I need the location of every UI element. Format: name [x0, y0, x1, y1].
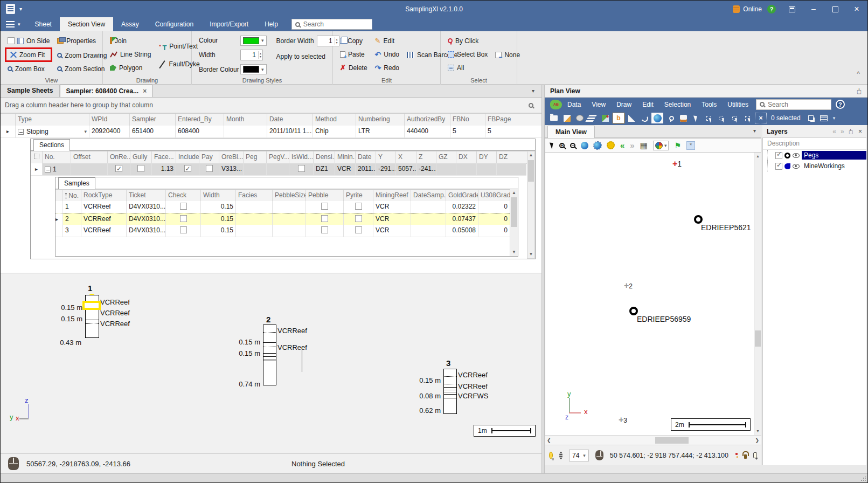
cell[interactable]: 20920400 — [89, 126, 130, 137]
cell-pebble[interactable] — [306, 201, 344, 213]
header-cell[interactable]: Method — [313, 114, 356, 126]
cell[interactable]: VCR — [373, 201, 411, 213]
cell[interactable] — [477, 163, 497, 175]
cell[interactable] — [411, 213, 446, 225]
scroll-up-icon[interactable]: ▴ — [754, 153, 761, 160]
polygon-button[interactable]: Polygon — [107, 61, 154, 74]
border-colour-dropdown[interactable]: ▾ — [240, 64, 267, 74]
zoom-out-icon[interactable]: − — [570, 143, 575, 148]
cell[interactable]: 5057... — [396, 163, 416, 175]
include-checkbox[interactable] — [184, 165, 191, 172]
scroll-down-icon[interactable]: ▼ — [510, 249, 518, 256]
layer-label[interactable]: MineWorkings — [802, 162, 866, 170]
deselect-all-icon[interactable]: × — [755, 113, 767, 123]
cell[interactable] — [273, 201, 306, 213]
grid-search-icon[interactable] — [529, 103, 533, 108]
cell[interactable]: 651400 — [130, 126, 176, 137]
header-cell[interactable]: Peg — [244, 151, 267, 163]
lightbulb-icon[interactable] — [549, 452, 553, 459]
globe-3d-icon[interactable] — [651, 113, 663, 123]
cell-onreef[interactable] — [108, 163, 130, 175]
grid-options-icon[interactable] — [34, 154, 39, 159]
layers-close-icon[interactable]: × — [858, 128, 862, 135]
previous-view-icon[interactable]: « — [620, 141, 624, 150]
cell-pyrite[interactable] — [344, 213, 373, 225]
cell[interactable]: 608400 — [176, 126, 224, 137]
cell[interactable]: D4VX0310... — [127, 201, 166, 213]
cell[interactable]: 2 — [63, 213, 81, 225]
section-marker-3[interactable]: +3 — [619, 416, 627, 424]
plan-menu-tools[interactable]: Tools — [696, 101, 722, 108]
plan-canvas[interactable]: +1 EDRIEEP5621 +2 EDRIEEP56959 +3 y x z … — [545, 153, 754, 435]
comment-icon[interactable] — [753, 452, 757, 458]
scroll-right-icon[interactable]: ❯ — [755, 438, 759, 443]
layer-row-pegs[interactable]: Pegs — [767, 150, 866, 161]
header-cell[interactable]: Sampler — [130, 114, 176, 126]
grid-toggle-icon[interactable]: ▦ — [640, 141, 648, 150]
colour-dropdown[interactable]: ▾ — [240, 36, 267, 46]
cell-check[interactable] — [166, 213, 201, 225]
unlock-icon[interactable] — [744, 454, 746, 459]
resize-grip[interactable] — [860, 476, 866, 481]
dock-window-button[interactable] — [781, 1, 803, 17]
header-cell[interactable]: OnRe... — [108, 151, 130, 163]
sections-tab[interactable]: Sections — [33, 139, 70, 151]
cell-pay[interactable] — [199, 163, 219, 175]
layer-visible-checkbox[interactable] — [775, 152, 782, 159]
select-cursor-icon[interactable] — [550, 141, 555, 149]
scroll-up-icon[interactable]: ▲ — [527, 151, 534, 159]
cell[interactable] — [236, 225, 273, 237]
marquee-tool-icon-4[interactable] — [742, 113, 754, 123]
cell[interactable]: 0.05008 — [446, 225, 478, 237]
grid-options-icon[interactable] — [65, 193, 67, 198]
tab-sample-sheets[interactable]: Sample Sheets — [1, 85, 60, 97]
cell-gully[interactable] — [130, 163, 152, 175]
cell[interactable]: VCRReef — [81, 201, 127, 213]
header-cell[interactable]: Y — [376, 151, 396, 163]
plan-search-input[interactable] — [768, 101, 828, 108]
cell[interactable]: 5 — [450, 126, 485, 137]
ruler-icon[interactable] — [626, 113, 637, 123]
cell[interactable] — [456, 163, 477, 175]
header-cell[interactable]: PebbleSize — [273, 190, 306, 202]
width-value[interactable]: 1 — [241, 51, 258, 59]
scroll-left-icon[interactable]: ❮ — [547, 438, 551, 443]
by-click-button[interactable]: By Click — [445, 34, 490, 47]
section-marker-1[interactable]: +1 — [672, 160, 682, 168]
toolbar-caret-icon[interactable]: ▾ — [833, 115, 836, 121]
header-cell[interactable]: Numbering — [356, 114, 405, 126]
marquee-tool-icon-2[interactable] — [716, 113, 728, 123]
main-grid-row[interactable]: ▸ Stoping▾ 20920400 651400 608400 2011/1… — [1, 126, 542, 138]
header-cell[interactable]: Entered_By — [176, 114, 224, 126]
cell-pyrite[interactable] — [344, 201, 373, 213]
search-input[interactable] — [303, 20, 369, 28]
cell[interactable] — [273, 225, 306, 237]
map-icon[interactable]: ● — [600, 113, 612, 123]
header-cell[interactable]: Month — [224, 114, 267, 126]
scrollbar-thumb[interactable] — [655, 437, 689, 444]
cell[interactable]: 5 — [485, 126, 542, 137]
settings-gear-icon[interactable] — [607, 141, 615, 149]
plan-search[interactable] — [756, 99, 831, 110]
cell[interactable]: 2011/10/11 1... — [267, 126, 313, 137]
header-cell[interactable]: Facies — [236, 190, 273, 202]
header-cell[interactable]: WPId — [89, 114, 130, 126]
blank-checkbox-icon[interactable] — [8, 37, 15, 44]
samples-row[interactable]: 1 VCRReef D4VX0310... 0.15 VCR 0.02322 0 — [55, 201, 510, 213]
section-marker-2[interactable]: +2 — [624, 282, 633, 290]
legend-icon[interactable] — [818, 113, 830, 123]
cell-include[interactable] — [176, 163, 199, 175]
gully-checkbox[interactable] — [137, 165, 144, 172]
view-tab-caret-icon[interactable]: ▾ — [753, 128, 756, 134]
cell-type[interactable]: Stoping▾ — [16, 126, 89, 137]
check-checkbox[interactable] — [180, 215, 187, 222]
header-cell[interactable]: MiningReef — [373, 190, 411, 202]
pyrite-checkbox[interactable] — [355, 203, 362, 210]
header-cell[interactable]: Check — [166, 190, 201, 202]
clipboard-icon[interactable] — [677, 113, 689, 123]
cell[interactable]: VCRReef — [81, 225, 127, 237]
header-cell[interactable]: DZ — [497, 151, 518, 163]
cell[interactable] — [236, 213, 273, 225]
plan-hscrollbar[interactable]: ❮ ❯ — [545, 435, 761, 445]
header-cell[interactable]: Date — [356, 151, 376, 163]
